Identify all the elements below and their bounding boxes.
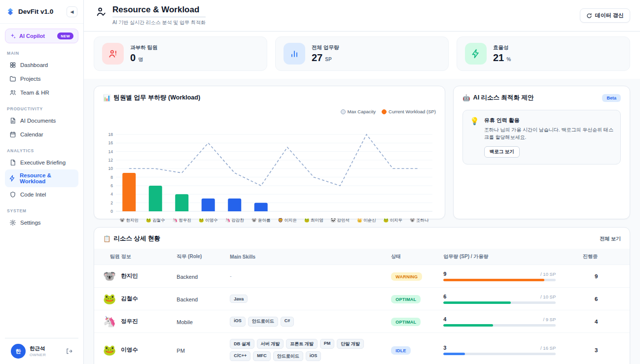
resource-table-card: 📋 리소스 상세 현황 전체 보기 팀원 정보직무 (Role)Main Ski… [94, 227, 630, 364]
skill-chip: 단말 개발 [337, 339, 364, 349]
column-header: 직무 (Role) [172, 249, 225, 265]
app-root: DevFit v1.0 ◀ AI Copilot NEW MAINDashboa… [0, 0, 640, 364]
svg-text:4: 4 [110, 192, 113, 197]
gear-icon [9, 219, 16, 226]
member-avatar: 🐸 [103, 345, 116, 355]
sidebar-item-label: Code Intel [20, 192, 46, 198]
column-header: Main Skills [225, 249, 386, 265]
load-capacity: / 16 SP [540, 345, 556, 351]
bar-강감찬 [228, 199, 241, 211]
ai-suggestion-card: 🤖 AI 리소스 최적화 제안 Beta 💡 유휴 인력 활용 조하나 님의 가… [453, 86, 630, 219]
nav-section-label: MAIN [7, 51, 76, 56]
skill-chip: iOS [230, 317, 246, 327]
file-icon [9, 159, 16, 166]
status-badge: OPTIMAL [391, 318, 421, 326]
in-progress-count: 3 [583, 347, 625, 353]
skills-list: DB 설계서버 개발프론트 개발PM단말 개발C/C++MFC안드로이드iOS [230, 339, 381, 361]
svg-text:🐨 한지민: 🐨 한지민 [120, 218, 139, 223]
new-badge: NEW [57, 33, 73, 39]
sidebar-item-calendar[interactable]: Calendar [5, 128, 78, 141]
view-all-link[interactable]: 전체 보기 [600, 235, 621, 242]
calendar-icon [9, 131, 16, 138]
skill-chip: MFC [253, 351, 271, 361]
sidebar-item-ai-documents[interactable]: AI Documents [5, 114, 78, 127]
user-avatar: 한 [11, 344, 26, 359]
load-capacity: / 10 SP [540, 271, 556, 277]
table-title: 📋 리소스 상세 현황 [103, 234, 160, 243]
member-avatar: 🐸 [103, 294, 116, 304]
in-progress-count: 4 [583, 319, 625, 325]
skill-chip: C# [281, 317, 294, 327]
sidebar-item-label: Resource & Workload [20, 172, 74, 184]
table-row[interactable]: 🦄정우진MobileiOS안드로이드C#OPTIMAL4/ 9 SP4 [94, 310, 630, 333]
sidebar: DevFit v1.0 ◀ AI Copilot NEW MAINDashboa… [0, 0, 84, 364]
stat-label: 전체 업무량 [312, 44, 339, 51]
svg-text:16: 16 [108, 140, 113, 145]
sidebar-item-team-hr[interactable]: Team & HR [5, 86, 78, 99]
chart-svg: 024681012141618🐨 한지민🐸 김철수🦄 정우진🐸 이영수🦄 강감찬… [103, 125, 436, 226]
main-area: Resource & Workload AI 기반 실시간 리소스 분석 및 업… [84, 0, 640, 364]
user-box: 한 한근석 OWNER [5, 338, 78, 364]
sidebar-item-resource-workload[interactable]: Resource & Workload [5, 169, 78, 187]
shield-icon [9, 191, 16, 198]
bar-정우진 [175, 194, 188, 211]
sidebar-item-projects[interactable]: Projects [5, 72, 78, 85]
load-value: 3 [443, 345, 446, 351]
sidebar-item-executive-briefing[interactable]: Executive Briefing [5, 156, 78, 169]
load-progress-bar [443, 301, 556, 304]
stat-card: 과부하 팀원0명 [94, 36, 267, 71]
column-header: 상태 [386, 249, 438, 265]
member-role: Backend [177, 274, 198, 280]
svg-text:🐼 강민석: 🐼 강민석 [331, 218, 350, 223]
app-title: DevFit v1.0 [18, 8, 63, 15]
svg-text:2: 2 [110, 200, 113, 205]
table-row[interactable]: 🐸이영수PMDB 설계서버 개발프론트 개발PM단말 개발C/C++MFC안드로… [94, 333, 630, 364]
sidebar-collapse-button[interactable]: ◀ [67, 6, 77, 17]
workload-chart: 024681012141618🐨 한지민🐸 김철수🦄 정우진🐸 이영수🦄 강감찬… [103, 125, 436, 228]
svg-text:🐸 이지우: 🐸 이지우 [384, 218, 402, 223]
sidebar-item-label: AI Documents [20, 118, 56, 124]
sparkles-icon [10, 33, 16, 39]
stat-card: 효율성21% [457, 36, 630, 71]
in-progress-count: 6 [583, 296, 625, 302]
table-body: 🐨한지민Backend-WARNING9/ 10 SP9🐸김철수BackendJ… [94, 265, 630, 364]
sidebar-item-settings[interactable]: Settings [5, 216, 78, 229]
bar-윤아름 [254, 203, 268, 211]
member-name: 이영수 [121, 346, 138, 354]
sidebar-item-ai-copilot[interactable]: AI Copilot NEW [5, 29, 78, 43]
folder-icon [9, 75, 16, 82]
status-badge: WARNING [391, 272, 422, 281]
sidebar-item-label: Calendar [20, 132, 43, 137]
workload-chart-card: 📊 팀원별 업무 부하량 (Workload) Max CapacityCurr… [94, 86, 445, 219]
skill-chip: 안드로이드 [273, 351, 303, 361]
zap-icon [465, 43, 487, 65]
column-header: 업무량 (SP) / 가용량 [438, 249, 578, 265]
clipboard-emoji-icon: 📋 [103, 235, 111, 242]
svg-text:👑 이순신: 👑 이순신 [357, 218, 376, 223]
ai-copilot-label: AI Copilot [19, 33, 54, 39]
beta-badge: Beta [602, 94, 621, 102]
logo-row: DevFit v1.0 ◀ [0, 0, 83, 24]
load-progress-bar [443, 353, 556, 355]
sidebar-item-label: Executive Briefing [20, 160, 66, 165]
skill-chip: 프론트 개발 [286, 339, 318, 349]
lightbulb-icon: 💡 [470, 117, 479, 158]
member-name: 정우진 [121, 318, 138, 325]
table-row[interactable]: 🐨한지민Backend-WARNING9/ 10 SP9 [94, 265, 630, 288]
status-badge: OPTIMAL [391, 295, 421, 303]
svg-text:6: 6 [110, 183, 113, 188]
person-check-icon [96, 6, 107, 19]
sidebar-item-label: Settings [20, 220, 41, 226]
column-header: 진행중 [578, 249, 630, 265]
sidebar-item-code-intel[interactable]: Code Intel [5, 188, 78, 201]
stat-value: 21 [493, 52, 504, 64]
robot-emoji-icon: 🤖 [462, 94, 470, 101]
view-backlog-button[interactable]: 백로그 보기 [484, 146, 520, 158]
load-value: 9 [443, 271, 446, 277]
refresh-data-button[interactable]: 데이터 갱신 [580, 8, 630, 23]
resource-table: 팀원 정보직무 (Role)Main Skills상태업무량 (SP) / 가용… [94, 249, 630, 364]
logout-icon[interactable] [66, 348, 72, 355]
stat-unit: % [506, 57, 511, 62]
table-row[interactable]: 🐸김철수BackendJavaOPTIMAL6/ 10 SP6 [94, 288, 630, 310]
sidebar-item-dashboard[interactable]: Dashboard [5, 58, 78, 71]
